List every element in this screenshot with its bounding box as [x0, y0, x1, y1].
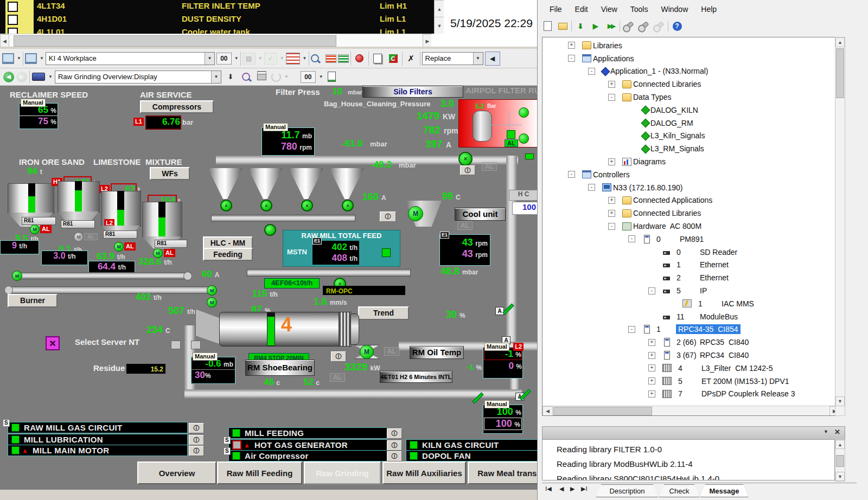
silo-filters-button[interactable]: Silo Filters [362, 86, 463, 98]
tree-item-iac-mms[interactable]: 1IAC MMS [542, 297, 840, 310]
tree-item-rpc34-35-ci854[interactable]: -1RPC34-35 CI854 [542, 323, 840, 336]
tree-item-application-1-n33-normal-[interactable]: -Application_1 - (N33.Normal) [542, 65, 840, 78]
tree-hscroll-thumb[interactable] [553, 407, 652, 415]
motor-icon[interactable]: M [408, 206, 423, 221]
tree-item-controllers[interactable]: -Controllers [542, 168, 840, 181]
motor-icon[interactable]: M [360, 345, 374, 359]
expand-icon[interactable]: + [648, 390, 655, 398]
pump-icon[interactable] [264, 224, 276, 236]
valve-icon[interactable]: × [458, 152, 473, 166]
tree-vscroll-down[interactable]: ▼ [835, 396, 845, 406]
aspect-icon[interactable] [32, 73, 45, 81]
tab-message[interactable]: Message [700, 484, 748, 497]
tree-item-dalog-rm[interactable]: DALOG_RM [542, 117, 840, 130]
menu-help[interactable]: Help [694, 1, 723, 17]
tree-item-hardware-ac-800m[interactable]: -Hardware AC 800M [542, 220, 840, 233]
apply-icon[interactable]: ⬇ [224, 70, 238, 84]
tree-item-ethernet[interactable]: 1Ethernet [542, 259, 840, 272]
wfs-button[interactable]: WFs [150, 167, 190, 180]
feeder[interactable]: R81 [155, 240, 187, 248]
counter2-dropdown[interactable]: ▼ [319, 74, 323, 79]
motor-icon[interactable]: M [114, 242, 124, 252]
tree-item-et-200m-im153-1-dpv1[interactable]: +5ET 200M (IM153-1) DPV1 [542, 375, 840, 388]
forward-icon[interactable]: ▶ [16, 72, 27, 82]
tree-item-l3-rm-signals[interactable]: L3_RM_Signals [542, 142, 840, 155]
tree-item-diagrams[interactable]: +Diagrams [542, 155, 840, 168]
valve-icon[interactable]: × [220, 200, 232, 211]
expand-icon[interactable]: + [608, 158, 615, 165]
counter-button[interactable]: 00 [216, 53, 232, 65]
tab-scroll-prev[interactable]: ◀ [559, 485, 564, 492]
workplace-dropdown[interactable]: ▼ [17, 56, 21, 61]
reclaimer-faceplate[interactable]: Manual 65 % 75 % [19, 103, 58, 129]
motor-icon[interactable]: M [207, 297, 217, 307]
info-button[interactable]: ⓘ [460, 165, 475, 175]
tree-item-ip[interactable]: -5IP [542, 284, 840, 297]
valve-icon[interactable]: × [260, 200, 272, 211]
nav-button-raw-mill-auxiliaries[interactable]: Raw Mill Auxiliaries [382, 461, 466, 484]
motor-icon[interactable]: M [74, 232, 84, 242]
info-button[interactable]: ⓘ [189, 435, 204, 445]
info-button[interactable]: ⓘ [331, 351, 346, 362]
message-vscroll-up[interactable]: ▲ [835, 440, 845, 449]
alarm-list-red-icon[interactable] [326, 54, 336, 63]
fan-faceplate[interactable]: Manual 100 % 100 % [483, 405, 523, 434]
menu-edit[interactable]: Edit [569, 1, 595, 17]
tree-item-l3-kiln-signals[interactable]: L3_Kiln_Signals [542, 130, 840, 143]
trend-button[interactable]: Trend [358, 306, 409, 320]
collapse-icon[interactable]: - [608, 223, 615, 230]
tree-vscroll-thumb[interactable] [836, 48, 844, 98]
refresh-icon[interactable] [271, 72, 281, 82]
expand-icon[interactable]: + [648, 339, 655, 346]
collapse-icon[interactable]: - [588, 184, 595, 191]
key-icon[interactable] [637, 20, 650, 33]
ack-x-icon[interactable]: ✕ [46, 336, 60, 350]
flow2-sp-box[interactable]: 3.0 t/h [41, 251, 88, 265]
tree-item-l3-filter-cm-1242-5[interactable]: +4L3_Filter CM 1242-5 [542, 362, 840, 375]
workplace-combobox[interactable]: KI 4 Workplace▼ [46, 52, 215, 65]
print-icon[interactable] [255, 70, 269, 84]
tree-item-connected-applications[interactable]: +Connected Applications [542, 194, 840, 207]
sms-c-icon[interactable]: C [386, 52, 400, 65]
info-button[interactable]: ⓘ [387, 451, 402, 461]
burner-button[interactable]: Burner [8, 294, 58, 307]
status-row-mill-feeding[interactable]: MILL FEEDING [228, 427, 388, 439]
separator-faceplate[interactable]: Manual 11.7 mb 780 rpm [261, 127, 315, 156]
alarm-hscroll-thumb[interactable] [14, 35, 336, 47]
mill-faceplate[interactable]: Manual -0.6 mb 30% [191, 357, 235, 384]
status-row-air-compressor[interactable]: SAir Compressor [228, 450, 388, 461]
display-combobox[interactable]: Raw Grinding Overview:Display▼ [55, 70, 221, 84]
compressors-button[interactable]: Compressors [140, 100, 214, 113]
go-online-icon[interactable]: ▶ [589, 20, 602, 33]
expand-icon[interactable]: + [648, 377, 655, 384]
alarm-ack-icon[interactable] [353, 52, 367, 65]
monitor-dropdown[interactable]: ▼ [40, 56, 44, 61]
report-icon[interactable] [371, 52, 385, 65]
info-button[interactable]: ⓘ [387, 428, 402, 439]
expand-icon[interactable]: + [608, 81, 615, 88]
open-icon[interactable] [556, 20, 569, 33]
tree-vscroll-up[interactable]: ▲ [835, 37, 845, 47]
status-row-kiln-gas-circuit[interactable]: KILN GAS CIRCUIT [406, 439, 541, 451]
message-vscrollbar[interactable]: ▲ ▼ [835, 439, 845, 482]
valve-icon[interactable]: × [301, 200, 313, 211]
tree-item-rpc35-ci840[interactable]: +2 (66)RPC35 CI840 [542, 336, 840, 349]
alarm-grid-dropdown[interactable]: ▼ [303, 56, 307, 61]
status-row-mill-main-motor[interactable]: ▲MILL MAIN MOTOR [8, 445, 188, 456]
menu-view[interactable]: View [595, 1, 624, 17]
tree-item-rpc34-ci840[interactable]: +3 (67)RPC34 CI840 [542, 349, 840, 362]
favorites-icon[interactable]: ▤ [242, 53, 256, 65]
collapse-left-icon[interactable]: ◀ [485, 52, 500, 66]
message-vscroll-down[interactable]: ▼ [835, 472, 845, 481]
key-icon[interactable] [653, 20, 666, 33]
silence-alarm-icon[interactable]: ✗ [404, 52, 418, 65]
expand-icon[interactable]: + [648, 364, 655, 371]
collapse-icon[interactable]: - [628, 235, 635, 242]
tab-scroll-next[interactable]: ▶ [570, 485, 575, 492]
mode-combobox[interactable]: Replace▼ [422, 52, 483, 65]
event-list-green-icon[interactable] [338, 54, 349, 63]
valve-icon[interactable]: × [342, 200, 354, 211]
tab-check[interactable]: Check [659, 484, 699, 497]
total-feed-box[interactable]: E1 402 t/h 408 t/h [312, 241, 359, 265]
test-mode-icon[interactable]: ▶▶ [604, 20, 617, 33]
